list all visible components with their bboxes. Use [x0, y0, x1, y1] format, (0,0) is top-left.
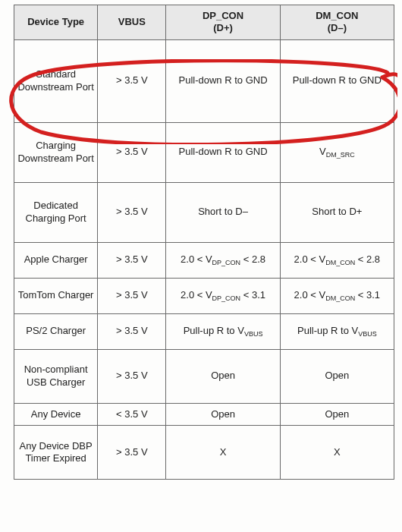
table-row: Charging Downstream Port > 3.5 V Pull-do…	[14, 122, 394, 182]
cell-device: PS/2 Charger	[14, 313, 98, 349]
subscript: VBUS	[244, 330, 263, 338]
cell-device: Non-compliant USB Charger	[14, 349, 98, 403]
cell-dp: Short to D–	[166, 182, 280, 242]
value: V	[319, 146, 326, 157]
device-table: Device Type VBUS DP_CON (D+) DM_CON (D–)…	[14, 5, 394, 480]
lo: 2.0 < V	[181, 253, 212, 265]
table-row: Standard Downstream Port > 3.5 V Pull-do…	[14, 39, 394, 122]
table-row: Any Device < 3.5 V Open Open	[14, 403, 394, 425]
table-body: Standard Downstream Port > 3.5 V Pull-do…	[14, 39, 394, 479]
cell-device: TomTom Charger	[14, 278, 98, 313]
cell-dm: X	[280, 425, 394, 479]
cell-dm: VDM_SRC	[280, 122, 394, 182]
subscript: DM_CON	[325, 259, 355, 266]
cell-device: Any Device	[14, 403, 98, 425]
cell-device: Standard Downstream Port	[14, 39, 98, 122]
table-row: Apple Charger > 3.5 V 2.0 < VDP_CON < 2.…	[14, 242, 394, 278]
cell-dp: Pull-down R to GND	[166, 122, 280, 182]
cell-vbus: > 3.5 V	[98, 39, 166, 122]
cell-device: Apple Charger	[14, 242, 98, 278]
hi: < 2.8	[355, 253, 380, 265]
cell-dm: Open	[280, 403, 394, 425]
col-header-dm-con: DM_CON (D–)	[280, 5, 394, 40]
cell-vbus: > 3.5 V	[98, 278, 166, 313]
txt: Pull-up R to V	[184, 325, 244, 336]
txt: Pull-up R to V	[297, 325, 358, 336]
header-text: DM_CON	[316, 10, 358, 21]
cell-dm: Short to D+	[280, 182, 394, 242]
header-subtext: (D+)	[213, 22, 233, 33]
header-text: VBUS	[118, 16, 146, 27]
cell-vbus: > 3.5 V	[98, 182, 166, 242]
cell-dp: Open	[166, 403, 280, 425]
col-header-dp-con: DP_CON (D+)	[166, 5, 280, 40]
cell-dm: Pull-up R to VVBUS	[280, 313, 394, 349]
subscript: DP_CON	[212, 259, 241, 266]
subscript: DM_SRC	[326, 151, 355, 159]
table-row: PS/2 Charger > 3.5 V Pull-up R to VVBUS …	[14, 313, 394, 349]
subscript: DM_CON	[325, 294, 355, 302]
table-head: Device Type VBUS DP_CON (D+) DM_CON (D–)	[14, 5, 394, 40]
header-text: DP_CON	[203, 10, 243, 21]
cell-dm: 2.0 < VDM_CON < 2.8	[280, 242, 394, 278]
cell-vbus: > 3.5 V	[98, 349, 166, 403]
cell-vbus: < 3.5 V	[98, 403, 166, 425]
hi: < 3.1	[355, 289, 380, 301]
cell-vbus: > 3.5 V	[98, 313, 166, 349]
cell-dp: Open	[166, 349, 280, 403]
cell-vbus: > 3.5 V	[98, 122, 166, 182]
table-row: TomTom Charger > 3.5 V 2.0 < VDP_CON < 3…	[14, 278, 394, 313]
col-header-vbus: VBUS	[98, 5, 166, 40]
page: Device Type VBUS DP_CON (D+) DM_CON (D–)…	[0, 0, 402, 532]
cell-dp: X	[166, 425, 280, 479]
cell-vbus: > 3.5 V	[98, 425, 166, 479]
cell-device: Dedicated Charging Port	[14, 182, 98, 242]
table-row: Dedicated Charging Port > 3.5 V Short to…	[14, 182, 394, 242]
cell-dp: 2.0 < VDP_CON < 2.8	[166, 242, 280, 278]
cell-dp: 2.0 < VDP_CON < 3.1	[166, 278, 280, 313]
cell-dm: 2.0 < VDM_CON < 3.1	[280, 278, 394, 313]
lo: 2.0 < V	[181, 289, 212, 301]
cell-dp: Pull-down R to GND	[166, 39, 280, 122]
cell-vbus: > 3.5 V	[98, 242, 166, 278]
col-header-device-type: Device Type	[14, 5, 98, 40]
lo: 2.0 < V	[294, 289, 326, 301]
cell-dp: Pull-up R to VVBUS	[166, 313, 280, 349]
table-row: Any Device DBP Timer Expired > 3.5 V X X	[14, 425, 394, 479]
header-text: Device Type	[27, 16, 84, 27]
cell-dm: Pull-down R to GND	[280, 39, 394, 122]
lo: 2.0 < V	[294, 253, 326, 265]
subscript: VBUS	[358, 330, 377, 338]
header-subtext: (D–)	[328, 22, 347, 33]
subscript: DP_CON	[212, 294, 241, 302]
hi: < 3.1	[240, 289, 265, 301]
cell-device: Charging Downstream Port	[14, 122, 98, 182]
table-row: Non-compliant USB Charger > 3.5 V Open O…	[14, 349, 394, 403]
cell-dm: Open	[280, 349, 394, 403]
hi: < 2.8	[240, 253, 265, 265]
cell-device: Any Device DBP Timer Expired	[14, 425, 98, 479]
